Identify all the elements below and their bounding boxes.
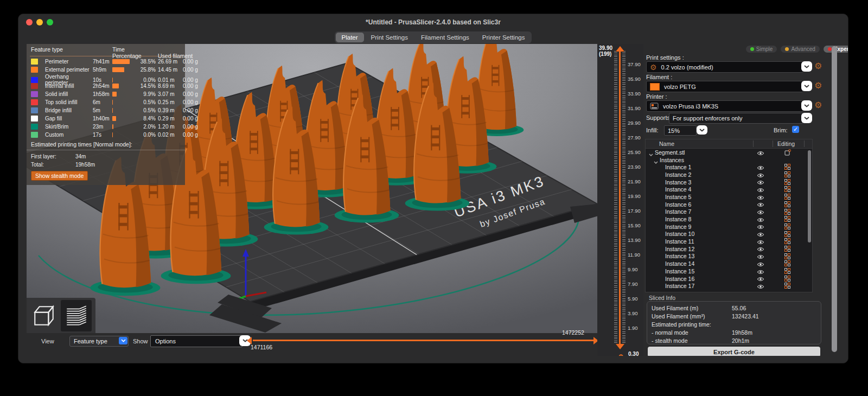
show-options-dropdown[interactable]: Options [150,335,242,347]
print-settings-edit-gear-icon[interactable]: ⚙ [814,62,822,71]
tab[interactable]: Filament Settings [415,33,475,42]
filament-combo[interactable]: volzo PETG [646,81,803,92]
layer-tick-label: 25.90 [628,149,641,155]
gcode-move-slider[interactable] [253,340,593,341]
supports-dropdown[interactable]: For support enforcers only [669,113,803,124]
feature-color-swatch [31,67,38,73]
eye-icon[interactable] [757,261,764,268]
legend-row: Overhang perimeter 10s 0.0% 0.01 m 0.00 … [27,74,185,82]
layer-slider-track[interactable] [619,51,621,344]
object-list-instance-row[interactable]: Instance 4 [646,186,812,193]
eye-icon[interactable] [757,232,764,238]
mode-button[interactable]: Simple [746,46,777,53]
layer-tick-label: 29.90 [628,120,641,126]
printer-edit-gear-icon[interactable]: ⚙ [814,101,822,110]
layer-ticks-right [622,51,626,344]
print-settings-combo[interactable]: ⚙ 0.2 volzo (modified) [646,61,803,73]
object-list-instance-row[interactable]: Instance 7 [646,208,812,216]
sidebar: Simple Advanced Expert Print settings : … [643,44,848,356]
infill-value-box[interactable]: 15% [664,125,697,136]
object-list-instance-row[interactable]: Instance 11 [646,238,812,245]
eye-icon[interactable] [757,246,764,253]
object-row-group[interactable]: Instances [646,156,812,164]
eye-icon[interactable] [757,202,764,208]
eye-icon[interactable] [757,217,764,223]
tab-bar: Plater Print Settings Filament Settings … [18,30,848,44]
object-list-instance-row[interactable]: Instance 2 [646,171,812,178]
mode-button[interactable]: Advanced [781,46,819,53]
show-label: Show [133,338,148,344]
supports-chevron-button[interactable] [801,113,812,123]
legend-row: Custom 17s 0.0% 0.02 m 0.00 g [27,131,185,139]
eye-icon[interactable] [757,224,764,231]
object-list-instance-row[interactable]: Instance 5 [646,193,812,201]
object-list-instance-row[interactable]: Instance 8 [646,215,812,223]
eye-icon[interactable] [757,165,764,171]
object-list: Name Editing Segment.stl [645,139,813,292]
view-type-dropdown[interactable]: Feature type [69,336,129,347]
eye-icon[interactable] [757,195,764,201]
layer-editing-icon[interactable] [784,283,791,290]
object-list-instance-row[interactable]: Instance 15 [646,267,812,275]
infill-chevron-button[interactable] [697,125,707,135]
layer-ticks-left [614,51,617,344]
object-list-instance-row[interactable]: Instance 13 [646,253,812,260]
sidebar-scrollbar[interactable] [832,46,837,352]
eye-icon[interactable] [757,173,764,179]
object-list-instance-row[interactable]: Instance 10 [646,231,812,238]
feature-color-swatch [31,107,38,113]
brim-checkbox[interactable]: ✓ [792,126,799,133]
move-slider-max: 1472252 [562,329,584,336]
object-list-instance-row[interactable]: Instance 1 [646,163,812,171]
chevron-down-icon[interactable] [119,337,127,344]
legend-row: Bridge infill 5m 0.5% 0.39 m 0.00 g [27,106,185,114]
object-list-instance-row[interactable]: Instance 3 [646,178,812,186]
layer-slider-top-value: 39.90 (199) [599,45,612,57]
object-row-root[interactable]: Segment.stl [646,149,812,156]
eye-icon[interactable] [757,276,764,283]
layer-tick-label: 27.90 [628,135,641,140]
layer-slider-upper-handle[interactable] [616,46,624,52]
eye-icon[interactable] [757,239,764,246]
feature-color-swatch [31,91,38,97]
print-settings-chevron-button[interactable] [801,61,812,72]
eye-icon[interactable] [757,180,764,186]
printer-combo[interactable]: volzo Prusa i3 MK3S [646,100,803,112]
object-list-scrollbar[interactable] [808,150,811,242]
eye-icon[interactable] [757,209,764,216]
editor-view-button[interactable] [28,300,59,331]
object-list-instance-row[interactable]: Instance 16 [646,275,812,283]
legend-header: Feature type Time Percentage Used filame… [27,46,185,55]
filament-edit-gear-icon[interactable]: ⚙ [814,81,822,90]
object-list-instance-row[interactable]: Instance 9 [646,223,812,231]
feature-color-swatch [31,77,38,83]
window-title: *Untitled - PrusaSlicer-2.4.0 based on S… [18,18,848,26]
tab[interactable]: Printer Settings [476,33,531,42]
preview-viewport[interactable]: USA i3 MK3 by Josef Prusa [27,44,597,333]
eye-icon[interactable] [757,254,764,260]
preview-view-button[interactable] [61,300,92,331]
layer-tick-label: 11.90 [628,252,640,258]
percentage-bar [112,59,130,64]
eye-icon[interactable] [757,187,764,194]
printer-chevron-button[interactable] [801,100,812,111]
tab[interactable]: Print Settings [365,33,414,42]
feature-color-swatch [31,132,38,138]
feature-color-swatch [31,116,38,122]
object-list-instance-row[interactable]: Instance 14 [646,260,812,267]
object-list-instance-row[interactable]: Instance 17 [646,282,812,290]
tab[interactable]: Plater [336,33,364,42]
percentage-bar [112,78,113,82]
print-settings-gear-icon: ⚙ [650,63,657,72]
object-list-instance-row[interactable]: Instance 6 [646,201,812,208]
eye-icon[interactable] [757,284,764,290]
filament-chevron-button[interactable] [801,81,812,91]
feature-color-swatch [31,124,38,130]
eye-icon[interactable] [757,150,764,157]
eye-icon[interactable] [757,269,764,276]
move-slider-left-handle[interactable] [247,337,252,344]
layer-tick-label: 15.90 [628,222,641,228]
object-list-instance-row[interactable]: Instance 12 [646,245,812,253]
show-stealth-mode-button[interactable]: Show stealth mode [31,171,88,181]
layer-slider-lower-handle[interactable] [616,344,624,349]
